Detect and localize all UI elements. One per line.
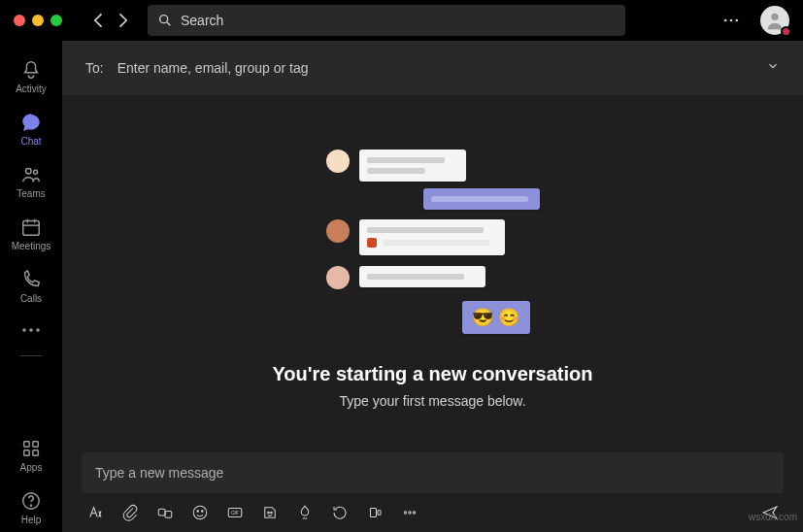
search-icon: [157, 13, 173, 28]
svg-rect-30: [371, 509, 377, 517]
svg-rect-21: [158, 509, 165, 515]
bell-icon: [19, 58, 43, 82]
title-bar: Search: [0, 0, 803, 41]
compose-toolbar: GIF: [82, 503, 784, 522]
composer: Type a new message GIF: [62, 452, 803, 532]
conversation-illustration: 😎 😊: [326, 150, 540, 344]
emoji-icon[interactable]: [190, 503, 210, 522]
svg-text:GIF: GIF: [231, 511, 239, 515]
apps-icon: [19, 437, 43, 460]
rail-apps[interactable]: Apps: [0, 429, 62, 480]
app-rail: Activity Chat Teams Meetings Calls Apps …: [0, 41, 62, 532]
rail-label: Meetings: [12, 241, 51, 251]
rail-label: Activity: [16, 83, 47, 94]
svg-point-4: [736, 19, 739, 22]
svg-point-32: [404, 512, 406, 514]
settings-more-icon[interactable]: [721, 11, 741, 30]
message-placeholder: Type a new message: [95, 465, 223, 481]
presence-busy-icon: [781, 26, 791, 37]
stream-icon[interactable]: [365, 503, 385, 522]
svg-point-34: [413, 512, 415, 514]
chat-content: To: Enter name, email, group or tag: [62, 41, 803, 532]
close-window-icon[interactable]: [14, 15, 25, 26]
format-icon[interactable]: [85, 503, 105, 522]
svg-rect-31: [378, 511, 381, 515]
rail-help[interactable]: Help: [0, 482, 62, 532]
rail-meetings[interactable]: Meetings: [0, 208, 62, 258]
to-label: To:: [85, 60, 104, 76]
phone-icon: [19, 268, 43, 291]
svg-rect-16: [33, 441, 39, 447]
rail-teams[interactable]: Teams: [0, 155, 62, 206]
rail-more-icon[interactable]: [19, 318, 43, 342]
chevron-down-icon[interactable]: [766, 59, 780, 77]
svg-rect-18: [33, 449, 39, 455]
empty-subline: Type your first message below.: [339, 393, 525, 409]
svg-line-1: [167, 22, 170, 25]
rail-label: Calls: [20, 293, 42, 304]
rail-activity[interactable]: Activity: [0, 50, 62, 101]
svg-point-6: [26, 168, 32, 174]
teams-icon: [19, 163, 43, 186]
loop-icon[interactable]: [155, 503, 175, 522]
watermark: wsxdn.com: [749, 512, 797, 522]
svg-rect-22: [165, 512, 172, 518]
svg-point-0: [160, 16, 168, 23]
svg-rect-15: [24, 441, 30, 447]
svg-point-33: [409, 512, 411, 514]
svg-point-13: [29, 328, 33, 332]
forward-icon[interactable]: [113, 11, 132, 30]
back-icon[interactable]: [89, 11, 109, 30]
gif-icon[interactable]: GIF: [225, 503, 245, 522]
rail-label: Chat: [20, 136, 41, 147]
window-controls: [14, 15, 62, 26]
svg-point-14: [36, 328, 40, 332]
sticker-icon[interactable]: [260, 503, 280, 522]
attach-icon[interactable]: [120, 503, 140, 522]
schedule-icon[interactable]: [330, 503, 350, 522]
rail-label: Apps: [20, 462, 43, 473]
svg-point-2: [724, 19, 727, 22]
search-placeholder: Search: [181, 13, 223, 28]
svg-point-20: [30, 504, 32, 506]
rail-label: Help: [21, 515, 42, 525]
svg-point-3: [730, 19, 733, 22]
rail-chat[interactable]: Chat: [0, 103, 62, 153]
help-icon: [19, 489, 43, 513]
search-input[interactable]: Search: [148, 5, 625, 36]
praise-icon[interactable]: [295, 503, 315, 522]
svg-point-12: [22, 328, 26, 332]
svg-point-28: [268, 512, 270, 514]
to-input[interactable]: Enter name, email, group or tag: [117, 60, 766, 76]
svg-point-25: [202, 511, 204, 513]
maximize-window-icon[interactable]: [50, 15, 62, 26]
svg-point-23: [193, 506, 207, 519]
calendar-icon: [19, 216, 43, 239]
more-actions-icon[interactable]: [400, 503, 419, 522]
to-bar: To: Enter name, email, group or tag: [62, 41, 803, 95]
empty-headline: You're starting a new conversation: [272, 363, 592, 385]
rail-label: Teams: [17, 188, 45, 199]
svg-rect-17: [24, 449, 30, 455]
empty-state: 😎 😊 You're starting a new conversation T…: [62, 95, 803, 452]
svg-point-29: [271, 512, 273, 514]
minimize-window-icon[interactable]: [32, 15, 44, 26]
svg-point-5: [771, 14, 778, 20]
rail-separator: [20, 355, 42, 356]
chat-icon: [19, 111, 43, 134]
svg-point-7: [34, 170, 38, 174]
rail-calls[interactable]: Calls: [0, 260, 62, 311]
svg-point-24: [197, 511, 199, 513]
message-input[interactable]: Type a new message: [82, 452, 784, 493]
svg-rect-8: [23, 220, 40, 235]
profile-button[interactable]: [760, 6, 789, 35]
